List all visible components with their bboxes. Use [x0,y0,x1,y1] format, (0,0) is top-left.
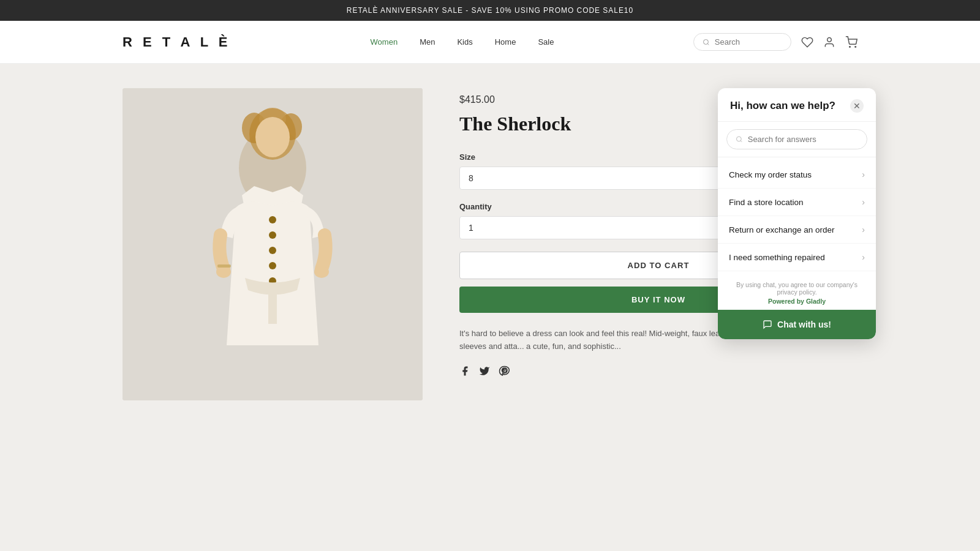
header-actions [693,33,858,51]
svg-point-21 [314,266,329,278]
svg-point-13 [269,231,276,239]
svg-point-0 [703,39,708,44]
nav-item-men[interactable]: Men [420,37,435,47]
svg-point-23 [736,137,741,141]
product-image-container [123,88,423,400]
svg-point-15 [269,262,276,269]
svg-rect-19 [268,287,277,324]
powered-by-label: Powered by [768,298,804,305]
chat-search-section [718,122,876,157]
product-image [123,88,423,400]
announcement-text: RETALÈ ANNIVERSARY SALE - SAVE 10% USING… [347,6,633,15]
chevron-right-icon: › [862,170,865,179]
chat-close-button[interactable]: ✕ [850,99,864,113]
wishlist-icon[interactable] [801,36,813,48]
chat-policy-text: By using chat, you agree to our company'… [726,281,867,296]
svg-point-3 [850,46,851,47]
facebook-icon[interactable] [459,365,470,379]
nav-item-sale[interactable]: Sale [538,37,554,47]
chevron-right-icon: › [862,252,865,262]
search-icon [703,38,710,47]
chat-option-order-status[interactable]: Check my order status › [718,161,876,189]
chat-powered: Powered by Gladly [726,298,867,305]
chat-option-repair-label: I need something repaired [729,253,825,262]
chat-with-us-button[interactable]: Chat with us! [718,310,876,339]
header-search[interactable] [693,33,791,51]
account-icon[interactable] [823,36,835,48]
nav-item-kids[interactable]: Kids [457,37,472,47]
svg-point-14 [269,247,276,254]
chevron-right-icon: › [862,225,865,234]
powered-by-brand: Gladly [806,298,826,305]
chat-widget: Hi, how can we help? ✕ Check my order st… [718,88,876,339]
chat-option-store-location-label: Find a store location [729,198,804,207]
chat-options-list: Check my order status › Find a store loc… [718,157,876,275]
svg-line-24 [741,141,742,142]
chat-option-return-exchange-label: Return or exchange an order [729,225,835,234]
cart-icon[interactable] [845,36,858,48]
svg-point-2 [827,37,832,42]
site-header: R E T A L È Women Men Kids Home Sale [0,21,980,64]
chat-option-order-status-label: Check my order status [729,170,812,179]
chat-cta-label: Chat with us! [777,320,831,329]
pinterest-icon[interactable] [499,365,510,379]
main-nav: Women Men Kids Home Sale [371,37,554,47]
chat-title: Hi, how can we help? [730,100,835,112]
svg-line-1 [707,43,709,45]
search-input[interactable] [715,37,782,47]
chat-search-icon [736,135,743,143]
chat-option-return-exchange[interactable]: Return or exchange an order › [718,216,876,244]
chat-option-store-location[interactable]: Find a store location › [718,189,876,216]
twitter-icon[interactable] [479,365,490,379]
social-icons [459,365,858,379]
site-logo[interactable]: R E T A L È [123,34,231,50]
svg-point-12 [269,216,276,223]
chevron-right-icon: › [862,197,865,207]
svg-point-4 [855,46,856,47]
nav-item-women[interactable]: Women [371,37,398,47]
svg-rect-22 [217,264,231,268]
chat-search-box[interactable] [726,129,867,149]
chat-footer: By using chat, you agree to our company'… [718,275,876,310]
chat-search-input[interactable] [748,135,858,144]
chat-header: Hi, how can we help? ✕ [718,88,876,122]
svg-point-11 [255,117,290,157]
chat-option-repair[interactable]: I need something repaired › [718,244,876,271]
chat-bubble-icon [763,320,772,329]
page-content: $415.00 The Sherlock Size 8 6 10 12 Quan… [0,64,980,425]
announcement-bar: RETALÈ ANNIVERSARY SALE - SAVE 10% USING… [0,0,980,21]
nav-item-home[interactable]: Home [495,37,516,47]
